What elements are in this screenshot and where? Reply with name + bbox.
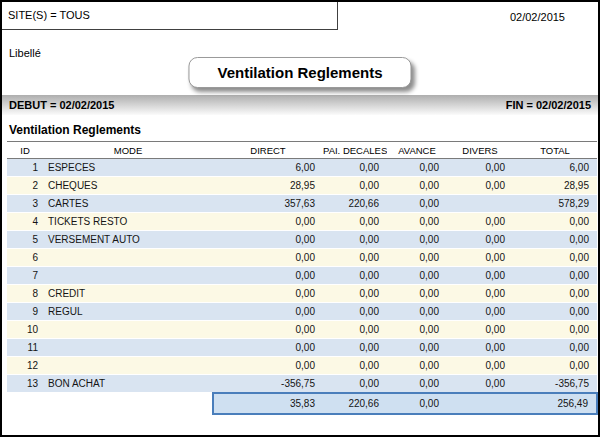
cell-direct: 0,00 [213, 357, 323, 375]
cell-mode: REGUL [43, 303, 213, 321]
cell-total: -356,75 [513, 375, 597, 393]
cell-avance: 0,00 [387, 177, 447, 195]
cell-id: 2 [7, 177, 43, 195]
site-filter-box: SITE(S) = TOUS [2, 2, 338, 30]
cell-divers: 0,00 [447, 303, 513, 321]
cell-total: 0,00 [513, 267, 597, 285]
cell-direct: 0,00 [213, 321, 323, 339]
table-header-row: ID MODE DIRECT PAI. DECALES AVANCE DIVER… [7, 142, 597, 159]
cell-direct: 0,00 [213, 339, 323, 357]
cell-total: 0,00 [513, 285, 597, 303]
cell-avance: 0,00 [387, 285, 447, 303]
table-row: 8CREDIT0,000,000,000,000,00 [7, 285, 597, 303]
table-body: 1ESPECES6,000,000,000,006,002CHEQUES28,9… [7, 159, 597, 393]
total-divers [447, 393, 513, 414]
cell-pai-decales: 0,00 [323, 213, 387, 231]
cell-pai-decales: 0,00 [323, 375, 387, 393]
cell-divers: 0,00 [447, 339, 513, 357]
cell-pai-decales: 0,00 [323, 285, 387, 303]
cell-direct: 0,00 [213, 249, 323, 267]
report-date: 02/02/2015 [510, 11, 565, 23]
table-row: 120,000,000,000,000,00 [7, 357, 597, 375]
cell-direct: -356,75 [213, 375, 323, 393]
cell-id: 4 [7, 213, 43, 231]
cell-mode: CREDIT [43, 285, 213, 303]
column-header-avance: AVANCE [387, 142, 447, 159]
cell-direct: 0,00 [213, 303, 323, 321]
cell-pai-decales: 0,00 [323, 249, 387, 267]
cell-id: 12 [7, 357, 43, 375]
cell-total: 0,00 [513, 303, 597, 321]
cell-id: 10 [7, 321, 43, 339]
cell-divers [447, 195, 513, 213]
cell-direct: 0,00 [213, 213, 323, 231]
total-pai-decales: 220,66 [323, 393, 387, 414]
total-row: 35,83 220,66 0,00 256,49 [7, 393, 597, 414]
cell-avance: 0,00 [387, 195, 447, 213]
cell-avance: 0,00 [387, 159, 447, 177]
cell-total: 6,00 [513, 159, 597, 177]
cell-pai-decales: 0,00 [323, 321, 387, 339]
cell-mode [43, 357, 213, 375]
cell-pai-decales: 0,00 [323, 177, 387, 195]
cell-direct: 28,95 [213, 177, 323, 195]
cell-id: 11 [7, 339, 43, 357]
cell-total: 0,00 [513, 231, 597, 249]
cell-divers: 0,00 [447, 213, 513, 231]
cell-total: 28,95 [513, 177, 597, 195]
column-header-pai-decales: PAI. DECALES [323, 142, 387, 159]
cell-divers: 0,00 [447, 267, 513, 285]
cell-avance: 0,00 [387, 249, 447, 267]
cell-divers: 0,00 [447, 249, 513, 267]
cell-id: 13 [7, 375, 43, 393]
cell-direct: 357,63 [213, 195, 323, 213]
table-row: 70,000,000,000,000,00 [7, 267, 597, 285]
cell-direct: 0,00 [213, 285, 323, 303]
table-row: 4TICKETS RESTO0,000,000,000,000,00 [7, 213, 597, 231]
cell-avance: 0,00 [387, 339, 447, 357]
cell-divers: 0,00 [447, 177, 513, 195]
cell-mode: CHEQUES [43, 177, 213, 195]
table-row: 9REGUL0,000,000,000,000,00 [7, 303, 597, 321]
cell-id: 1 [7, 159, 43, 177]
table-row: 2CHEQUES28,950,000,000,0028,95 [7, 177, 597, 195]
cell-total: 0,00 [513, 249, 597, 267]
report-page: SITE(S) = TOUS 02/02/2015 Libellé Ventil… [0, 0, 600, 437]
cell-pai-decales: 0,00 [323, 159, 387, 177]
column-header-id: ID [7, 142, 43, 159]
report-title-box: Ventilation Reglements [188, 57, 411, 88]
cell-mode [43, 267, 213, 285]
report-title: Ventilation Reglements [217, 64, 382, 81]
total-avance: 0,00 [387, 393, 447, 414]
cell-total: 578,29 [513, 195, 597, 213]
cell-id: 9 [7, 303, 43, 321]
total-direct: 35,83 [213, 393, 323, 414]
cell-total: 0,00 [513, 357, 597, 375]
cell-id: 7 [7, 267, 43, 285]
cell-direct: 6,00 [213, 159, 323, 177]
table-row: 1ESPECES6,000,000,000,006,00 [7, 159, 597, 177]
total-row-empty-cell [43, 393, 213, 414]
site-filter-label: SITE(S) = TOUS [8, 9, 90, 21]
cell-id: 6 [7, 249, 43, 267]
table-row: 100,000,000,000,000,00 [7, 321, 597, 339]
cell-id: 3 [7, 195, 43, 213]
cell-divers: 0,00 [447, 231, 513, 249]
table-row: 13BON ACHAT-356,750,000,000,00-356,75 [7, 375, 597, 393]
cell-pai-decales: 0,00 [323, 339, 387, 357]
cell-pai-decales: 0,00 [323, 303, 387, 321]
cell-mode: ESPECES [43, 159, 213, 177]
cell-mode [43, 249, 213, 267]
column-header-direct: DIRECT [213, 142, 323, 159]
date-range-bar: DEBUT = 02/02/2015 FIN = 02/02/2015 [2, 95, 598, 115]
column-header-mode: MODE [43, 142, 213, 159]
cell-direct: 0,00 [213, 267, 323, 285]
debut-label: DEBUT = 02/02/2015 [9, 99, 114, 111]
fin-label: FIN = 02/02/2015 [506, 99, 591, 111]
table-row: 60,000,000,000,000,00 [7, 249, 597, 267]
table-row: 110,000,000,000,000,00 [7, 339, 597, 357]
cell-pai-decales: 0,00 [323, 231, 387, 249]
cell-total: 0,00 [513, 321, 597, 339]
cell-divers: 0,00 [447, 321, 513, 339]
cell-avance: 0,00 [387, 213, 447, 231]
